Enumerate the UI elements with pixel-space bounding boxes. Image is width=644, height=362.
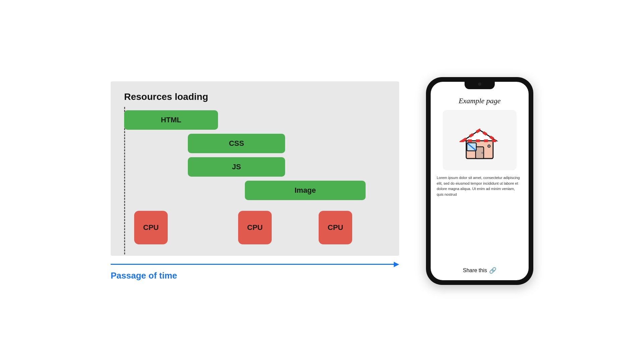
store-icon — [460, 120, 500, 160]
time-row: Passage of time — [111, 262, 399, 281]
main-container: Resources loading HTML CSS JS Image — [0, 0, 644, 362]
phone-screen: Example page — [431, 82, 529, 280]
phone-section: Example page — [426, 77, 533, 285]
diagram-section: Resources loading HTML CSS JS Image — [111, 81, 399, 281]
share-label: Share this — [463, 267, 487, 274]
time-arrowhead — [394, 262, 399, 267]
svg-point-7 — [488, 145, 490, 147]
time-line — [111, 264, 394, 265]
diagram-box: Resources loading HTML CSS JS Image — [111, 81, 399, 256]
cpu-box-2: CPU — [238, 211, 272, 244]
time-arrow — [111, 262, 399, 267]
time-label: Passage of time — [111, 270, 399, 281]
diagram-title: Resources loading — [124, 92, 386, 102]
phone-share-row[interactable]: Share this 🔗 — [463, 267, 496, 274]
svg-marker-1 — [463, 130, 496, 141]
phone-camera — [478, 82, 481, 86]
cpu-box-3: CPU — [319, 211, 352, 244]
js-bar: JS — [188, 157, 285, 177]
html-bar: HTML — [124, 110, 218, 130]
link-icon: 🔗 — [489, 267, 496, 274]
resources-area: HTML CSS JS Image CPU CPU — [124, 110, 386, 244]
image-bar: Image — [245, 181, 366, 200]
css-bar: CSS — [188, 134, 285, 153]
phone-page-title: Example page — [459, 97, 500, 105]
phone-body-text: Lorem ipsum dolor sit amet, consectetur … — [437, 175, 523, 197]
phone-image-box — [443, 110, 517, 170]
svg-point-6 — [481, 152, 483, 154]
phone-device: Example page — [426, 77, 533, 285]
cpu-box-1: CPU — [134, 211, 168, 244]
